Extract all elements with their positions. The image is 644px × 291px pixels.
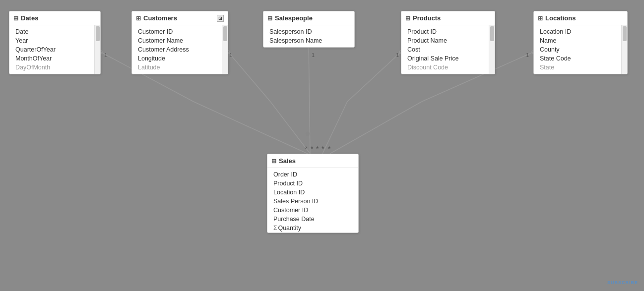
svg-text:1: 1 [229, 52, 232, 58]
salespeople-field-id: Salesperson ID [263, 27, 354, 36]
products-table-header: ⊞ Products [401, 11, 495, 25]
sales-table-title: Sales [279, 157, 296, 165]
svg-text:1: 1 [526, 52, 529, 58]
sales-field-quantity: ΣQuantity [267, 224, 358, 233]
svg-line-14 [347, 52, 401, 102]
dates-scrollbar[interactable] [94, 25, 100, 74]
svg-point-24 [306, 132, 310, 136]
locations-field-name: Name [534, 36, 627, 45]
dates-table: ⊞ Dates Date Year QuarterOfYear MonthOfY… [9, 11, 101, 74]
customers-table-header: ⊞ Customers ⊡ [132, 11, 228, 25]
dates-table-body: Date Year QuarterOfYear MonthOfYear DayO… [9, 25, 100, 74]
customers-field-longitude: Longitude [132, 54, 228, 63]
products-scrollbar[interactable] [489, 25, 495, 74]
sales-field-locationid: Location ID [267, 188, 358, 197]
svg-text:1: 1 [312, 52, 315, 58]
svg-line-20 [330, 102, 422, 154]
customers-table-title: Customers [143, 14, 177, 22]
table-icon-products: ⊞ [405, 15, 410, 22]
customers-header-actions[interactable]: ⊡ [217, 15, 224, 22]
svg-text:*: * [305, 145, 308, 153]
dates-field-quarterofyear: QuarterOfYear [9, 45, 100, 54]
customers-table: ⊞ Customers ⊡ Customer ID Customer Name … [131, 11, 228, 74]
svg-line-1 [193, 102, 308, 154]
svg-line-15 [322, 102, 347, 154]
locations-table-body: Location ID Name County State Code State [534, 25, 627, 74]
customers-field-name: Customer Name [132, 36, 228, 45]
products-field-id: Product ID [401, 27, 495, 36]
sales-field-salespersonid: Sales Person ID [267, 197, 358, 206]
customers-table-body: Customer ID Customer Name Customer Addre… [132, 25, 228, 74]
subscribe-label: SUBSCRIBE [607, 280, 638, 285]
customers-field-id: Customer ID [132, 27, 228, 36]
svg-text:1: 1 [396, 52, 399, 58]
table-icon-dates: ⊞ [13, 15, 18, 22]
dates-table-header: ⊞ Dates [9, 11, 100, 25]
locations-field-state: State [534, 63, 627, 72]
products-field-cost: Cost [401, 45, 495, 54]
customers-field-latitude: Latitude [132, 63, 228, 72]
locations-field-statecode: State Code [534, 54, 627, 63]
sales-table-header: ⊞ Sales [267, 154, 358, 168]
table-icon-salespeople: ⊞ [267, 15, 272, 22]
locations-table-header: ⊞ Locations [534, 11, 627, 25]
dates-field-monthofyear: MonthOfYear [9, 54, 100, 63]
dates-field-date: Date [9, 27, 100, 36]
sales-table-body: Order ID Product ID Location ID Sales Pe… [267, 168, 358, 233]
sales-table: ⊞ Sales Order ID Product ID Location ID … [267, 154, 359, 233]
customers-expand-btn[interactable]: ⊡ [217, 15, 224, 22]
table-icon-locations: ⊞ [538, 15, 543, 22]
locations-field-id: Location ID [534, 27, 627, 36]
locations-scrollbar[interactable] [621, 25, 627, 74]
sales-field-productid: Product ID [267, 179, 358, 188]
products-table-body: Product ID Product Name Cost Original Sa… [401, 25, 495, 74]
dates-table-title: Dates [21, 14, 38, 22]
svg-text:*: * [311, 145, 314, 153]
svg-text:*: * [316, 145, 319, 153]
svg-line-6 [270, 102, 310, 154]
subscribe-watermark: SUBSCRIBE [607, 280, 638, 285]
products-field-discount: Discount Code [401, 63, 495, 72]
sales-field-orderid: Order ID [267, 170, 358, 179]
salespeople-table-header: ⊞ Salespeople [263, 11, 354, 25]
locations-field-county: County [534, 45, 627, 54]
sales-field-purchasedate: Purchase Date [267, 215, 358, 224]
locations-table-title: Locations [545, 14, 576, 22]
table-icon-sales: ⊞ [271, 158, 276, 165]
salespeople-table-body: Salesperson ID Salesperson Name [263, 25, 354, 47]
products-table: ⊞ Products Product ID Product Name Cost … [401, 11, 495, 74]
svg-line-5 [228, 52, 270, 102]
locations-table: ⊞ Locations Location ID Name County Stat… [533, 11, 628, 74]
customers-scrollbar[interactable] [222, 25, 228, 74]
sigma-icon: Σ [273, 225, 277, 232]
table-icon-customers: ⊞ [136, 15, 141, 22]
products-field-name: Product Name [401, 36, 495, 45]
customers-field-address: Customer Address [132, 45, 228, 54]
salespeople-table: ⊞ Salespeople Salesperson ID Salesperson… [263, 11, 355, 48]
svg-text:1: 1 [104, 52, 107, 58]
svg-text:*: * [322, 145, 324, 153]
dates-field-year: Year [9, 36, 100, 45]
products-table-title: Products [413, 14, 441, 22]
svg-line-10 [309, 42, 310, 154]
svg-text:*: * [328, 145, 331, 153]
products-field-originalprice: Original Sale Price [401, 54, 495, 63]
sales-field-customerid: Customer ID [267, 206, 358, 215]
salespeople-field-name: Salesperson Name [263, 36, 354, 45]
salespeople-table-title: Salespeople [275, 14, 313, 22]
dates-field-more: DayOfMonth [9, 63, 100, 72]
